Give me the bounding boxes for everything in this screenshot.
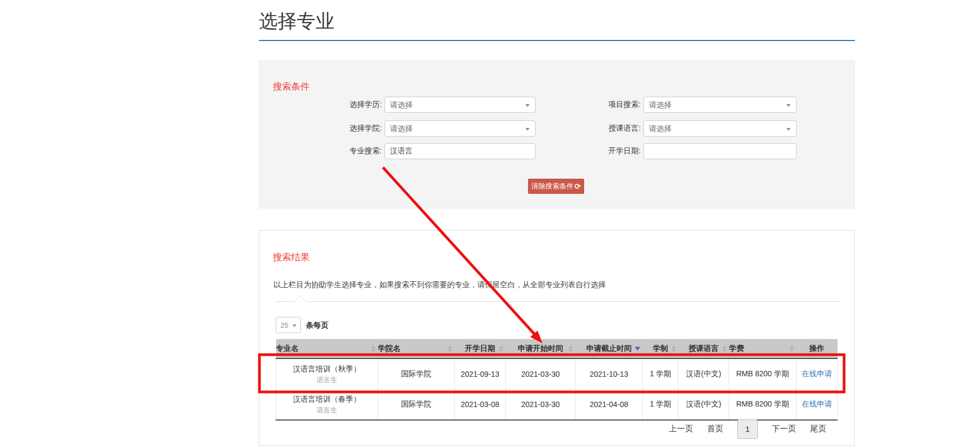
sort-icon[interactable]: [790, 346, 794, 352]
cell-major: 汉语言培训（春季） 语言生: [276, 389, 378, 420]
cell-major: 汉语言培训（秋季） 语言生: [276, 358, 378, 389]
college-value: 请选择: [390, 124, 413, 134]
cell-apply-end: 2021-10-13: [575, 358, 643, 389]
reset-icon: [574, 182, 581, 191]
search-results-heading: 搜索结果: [273, 251, 310, 263]
column-header-action: 操作: [797, 339, 838, 358]
column-header-duration[interactable]: 学制: [643, 339, 679, 358]
teaching-language-value: 请选择: [649, 124, 671, 134]
table-header-row: 专业名 学院名 开学日期 申请开始时间: [276, 339, 838, 358]
teaching-language-label: 授课语言:: [591, 124, 641, 133]
sort-desc-icon[interactable]: [635, 347, 640, 350]
sort-icon[interactable]: [671, 346, 676, 352]
search-results-panel: 搜索结果 以上栏目为协助学生选择专业，如果搜索不到你需要的专业，请保留空白，从全…: [259, 230, 855, 446]
column-header-start-date[interactable]: 开学日期: [455, 339, 506, 358]
column-header-college[interactable]: 学院名: [378, 339, 455, 358]
cell-language: 汉语(中文): [679, 389, 729, 420]
clear-search-button[interactable]: 清除搜索条件: [528, 179, 584, 194]
sort-icon[interactable]: [722, 346, 727, 352]
education-level-select[interactable]: 请选择: [385, 97, 536, 113]
column-header-language[interactable]: 授课语言: [679, 339, 729, 358]
title-underline: [259, 40, 855, 41]
column-header-apply-start[interactable]: 申请开始时间: [506, 339, 575, 358]
pagination-next[interactable]: 下一页: [772, 424, 796, 434]
results-note: 以上栏目为协助学生选择专业，如果搜索不到你需要的专业，请保留空白，从全部专业列表…: [273, 280, 606, 290]
start-date-input[interactable]: [644, 144, 796, 159]
major-search-label: 专业搜索:: [332, 146, 382, 156]
pagination-prev[interactable]: 上一页: [669, 424, 693, 434]
program-search-label: 项目搜索:: [591, 100, 641, 110]
cell-language: 汉语(中文): [679, 358, 729, 389]
clear-search-button-label: 清除搜索条件: [531, 181, 573, 191]
page: 选择专业 搜索条件 选择学历: 请选择 项目搜索: 请选择 选择学院: 请选择: [0, 0, 980, 447]
cell-college: 国际学院: [378, 358, 455, 389]
college-field: 选择学院: 请选择: [332, 120, 536, 137]
sort-icon[interactable]: [448, 346, 452, 352]
page-size-suffix: 条每页: [306, 321, 328, 330]
program-search-value: 请选择: [649, 100, 671, 110]
teaching-language-select[interactable]: 请选择: [643, 120, 797, 137]
cell-start-date: 2021-03-08: [455, 389, 506, 420]
column-header-apply-end[interactable]: 申请截止时间: [575, 339, 643, 358]
results-table: 专业名 学院名 开学日期 申请开始时间: [276, 339, 838, 421]
page-size-select[interactable]: 25: [276, 317, 301, 333]
column-header-tuition[interactable]: 学费: [729, 339, 797, 358]
cell-action: 在线申请: [797, 358, 838, 389]
pagination: 上一页 首页 1 下一页 尾页: [669, 419, 826, 439]
online-apply-link[interactable]: 在线申请: [802, 399, 832, 408]
major-search-box: [385, 143, 536, 159]
major-search-field: 专业搜索:: [332, 143, 536, 159]
sort-icon[interactable]: [568, 346, 573, 352]
cell-apply-start: 2021-03-30: [506, 389, 575, 420]
cell-duration: 1 学期: [643, 358, 679, 389]
cell-apply-end: 2021-04-08: [575, 389, 643, 420]
cell-start-date: 2021-09-13: [455, 358, 506, 389]
chevron-down-icon: [525, 128, 530, 131]
cell-duration: 1 学期: [643, 389, 679, 420]
start-date-field: 开学日期:: [591, 143, 797, 159]
college-label: 选择学院:: [332, 124, 382, 133]
program-search-field: 项目搜索: 请选择: [591, 97, 797, 113]
online-apply-link[interactable]: 在线申请: [802, 369, 832, 378]
search-conditions-heading: 搜索条件: [273, 80, 310, 93]
chevron-down-icon: [786, 128, 791, 131]
sort-icon[interactable]: [499, 346, 503, 352]
page-size-value: 25: [280, 321, 288, 329]
page-title: 选择专业: [259, 9, 334, 34]
cell-college: 国际学院: [378, 389, 455, 420]
teaching-language-field: 授课语言: 请选择: [591, 120, 797, 137]
cell-tuition: RMB 8200 学期: [729, 389, 797, 420]
table-row: 汉语言培训（春季） 语言生 国际学院 2021-03-08 2021-03-30…: [276, 389, 838, 420]
table-row: 汉语言培训（秋季） 语言生 国际学院 2021-09-13 2021-03-30…: [276, 358, 838, 389]
education-level-field: 选择学历: 请选择: [332, 97, 536, 113]
search-conditions-panel: 搜索条件 选择学历: 请选择 项目搜索: 请选择 选择学院: 请选择 授课语言:: [259, 60, 855, 208]
education-level-value: 请选择: [390, 100, 413, 110]
start-date-box: [643, 143, 797, 159]
cell-action: 在线申请: [797, 389, 838, 420]
cell-tuition: RMB 8200 学期: [729, 358, 797, 389]
college-select[interactable]: 请选择: [385, 120, 536, 137]
chevron-down-icon: [525, 104, 530, 107]
pagination-last[interactable]: 尾页: [810, 424, 826, 434]
chevron-down-icon: [786, 104, 791, 107]
pagination-current-page[interactable]: 1: [737, 419, 758, 439]
education-level-label: 选择学历:: [332, 100, 382, 110]
start-date-label: 开学日期:: [591, 146, 641, 156]
chevron-down-icon: [292, 324, 297, 327]
major-search-input[interactable]: [385, 144, 535, 159]
column-header-major[interactable]: 专业名: [276, 339, 378, 358]
notched-divider: [276, 294, 840, 303]
cell-apply-start: 2021-03-30: [506, 358, 575, 389]
pagination-first[interactable]: 首页: [707, 424, 723, 434]
sort-icon[interactable]: [371, 346, 375, 352]
program-search-select[interactable]: 请选择: [643, 97, 797, 113]
